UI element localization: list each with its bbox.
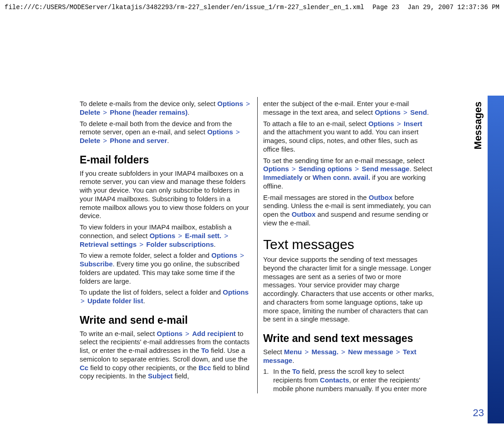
page-number: 23 bbox=[473, 407, 484, 419]
paragraph: To write an e-mail, select Options > Add… bbox=[80, 330, 252, 381]
file-path: file:///C:/USERS/MODEServer/lkatajis/348… bbox=[5, 4, 364, 11]
left-column: To delete e-mails from the device only, … bbox=[80, 97, 257, 393]
heading-email-folders: E-mail folders bbox=[80, 153, 252, 167]
page-content: To delete e-mails from the device only, … bbox=[0, 97, 504, 393]
paragraph: To set the sending time for an e-mail me… bbox=[263, 157, 435, 191]
timestamp: Jan 29, 2007 12:37:36 PM bbox=[407, 4, 499, 11]
paragraph: To update the list of folders, select a … bbox=[80, 288, 252, 306]
page-header: file:///C:/USERS/MODEServer/lkatajis/348… bbox=[0, 0, 504, 13]
paragraph: E-mail messages are stored in the Outbox… bbox=[263, 194, 435, 228]
heading-text-messages: Text messages bbox=[263, 236, 435, 253]
paragraph: Your device supports the sending of text… bbox=[263, 255, 435, 324]
paragraph: If you create subfolders in your IMAP4 m… bbox=[80, 169, 252, 221]
ordered-list: 1. In the To field, press the scroll key… bbox=[263, 367, 435, 393]
paragraph: To view folders in your IMAP4 mailbox, e… bbox=[80, 223, 252, 249]
list-item-number: 1. bbox=[263, 367, 273, 393]
list-item-text: In the To field, press the scroll key to… bbox=[273, 367, 435, 393]
paragraph: To delete e-mails from the device only, … bbox=[80, 100, 252, 117]
heading-write-send-text: Write and send text messages bbox=[263, 332, 435, 345]
paragraph: To delete e-mail both from the device an… bbox=[80, 120, 252, 145]
paragraph: enter the subject of the e-mail. Enter y… bbox=[263, 100, 435, 117]
list-item: 1. In the To field, press the scroll key… bbox=[263, 367, 435, 393]
side-tab-label: Messages bbox=[472, 102, 484, 149]
side-decoration-bar bbox=[488, 96, 504, 423]
paragraph: To view a remote folder, select a folder… bbox=[80, 251, 252, 285]
right-column: enter the subject of the e-mail. Enter y… bbox=[257, 97, 435, 393]
page-label: Page 23 bbox=[372, 4, 399, 11]
heading-write-send-email: Write and send e-mail bbox=[80, 314, 252, 327]
paragraph: Select Menu > Messag. > New message > Te… bbox=[263, 348, 435, 365]
paragraph: To attach a file to an e-mail, select Op… bbox=[263, 120, 435, 154]
